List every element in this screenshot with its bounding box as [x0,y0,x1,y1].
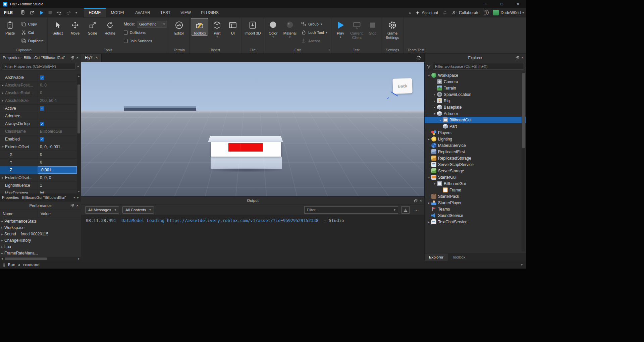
move-tool-button[interactable]: Move [67,18,84,35]
popout-icon[interactable] [516,56,519,60]
material-caret-icon[interactable]: ▾ [289,36,290,38]
output-more-button[interactable]: ⋯ [413,207,420,213]
scale-tool-button[interactable]: Scale [84,18,101,35]
tree-item-replicatedstorage[interactable]: ReplicatedStorage [425,155,526,161]
tab-nav-left-icon[interactable]: ◂ [73,195,75,199]
group-button[interactable]: Group ▾ [299,20,329,28]
performance-hscrollbar[interactable]: ◀ ▶ [0,257,81,261]
tree-item-serverstorage[interactable]: ServerStorage [425,168,526,174]
messages-filter-dropdown[interactable]: All Messages ▾ [85,206,119,214]
expander-icon[interactable]: ▸ [0,232,4,236]
expander-icon[interactable]: ▸ [0,226,4,229]
panel-tab-explorer[interactable]: Explorer [425,253,448,261]
tree-item-players[interactable]: Players [425,129,526,136]
expander-icon[interactable]: ▸ [0,239,4,242]
property-row-extentsoffset[interactable]: ▸ExtentsOffset...0, 0, 0 [0,174,77,182]
expander-icon[interactable]: ▸ [438,118,443,122]
notifications-bell-icon[interactable] [442,10,447,15]
ui-button[interactable]: UI [226,18,239,35]
tab-home[interactable]: HOME [84,8,106,17]
join-surfaces-checkbox-row[interactable]: Join Surfaces [122,37,167,45]
maximize-button[interactable]: □ [494,0,510,8]
paste-button[interactable]: Paste [2,18,18,35]
performance-row-frameratemana[interactable]: ▸FrameRateMana... [0,250,81,256]
property-value[interactable]: ✓ [38,74,77,81]
tab-close-icon[interactable]: × [96,56,98,60]
property-value[interactable]: 0, 0, -0.001 [38,143,77,151]
property-row-absoluteposit[interactable]: ▸AbsolutePosit...0, 0 [0,81,77,89]
checkbox[interactable]: ✓ [40,122,44,126]
expander-icon[interactable]: ▾ [427,176,431,179]
property-row-x[interactable]: X0 [0,151,77,159]
property-row-y[interactable]: Y0 [0,159,77,166]
material-button[interactable]: Material ▾ [281,18,299,38]
property-row-active[interactable]: Active✓ [0,105,77,112]
expander-icon[interactable]: ▸ [432,93,437,96]
property-value[interactable] [38,112,77,120]
property-value[interactable]: inf [38,189,77,193]
scroll-thumb[interactable] [77,84,80,134]
tab-test[interactable]: TEST [155,8,176,17]
color-button[interactable]: Color ▾ [266,18,280,38]
tree-item-startergui[interactable]: ▾StarterGui [425,174,526,180]
property-value[interactable]: -0.001 [38,166,77,174]
mode-dropdown[interactable]: Geometric ▾ [137,21,167,27]
tab-avatar[interactable]: AVATAR [130,8,155,17]
expander-icon[interactable]: ▸ [427,201,431,205]
property-row-classname[interactable]: ClassNameBillboardGui [0,128,77,135]
properties-filter-caret-icon[interactable]: ▾ [77,65,79,68]
expander-icon[interactable]: ▾ [432,182,437,185]
game-settings-button[interactable]: GameSettings [383,18,402,40]
popout-icon[interactable] [70,56,74,60]
property-row-absoluterotat[interactable]: ▸AbsoluteRotat...0 [0,89,77,97]
property-value[interactable]: 0 [38,89,77,97]
property-value[interactable]: ✓ [38,105,77,112]
expander-icon[interactable]: ▸ [432,99,437,103]
performance-row-sound[interactable]: ▸Soundfmod 00020115 [0,231,81,237]
import-3d-button[interactable]: Import 3D [243,18,262,35]
expander-icon[interactable]: ▸ [1,176,5,179]
command-bar[interactable]: ▾ [0,261,526,269]
tree-item-replicatedfirst[interactable]: ReplicatedFirst [425,149,526,155]
close-panel-icon[interactable]: × [76,56,78,60]
scroll-thumb[interactable] [5,258,47,260]
properties-filter-input[interactable] [4,64,73,68]
tree-item-frame[interactable]: Frame [425,187,526,193]
tree-item-serverscriptservice[interactable]: ServerScriptService [425,161,526,168]
drag-grip-icon[interactable] [3,263,5,267]
property-row-adornee[interactable]: Adornee [0,112,77,120]
open-place-icon[interactable] [30,10,35,15]
group-caret-icon[interactable]: ▾ [321,22,322,26]
log-message[interactable]: DataModel Loading https://assetdelivery.… [121,218,318,223]
edit-section-popup-icon[interactable]: ▾ [328,49,330,52]
scroll-down-icon[interactable]: ▼ [78,189,80,193]
file-menu-button[interactable]: FILE [0,8,17,17]
collisions-checkbox[interactable] [124,31,128,35]
output-filter-input[interactable] [307,208,392,212]
output-log[interactable]: 08:11:38.491DataModel Loading https://as… [81,215,424,261]
undo-icon[interactable] [56,10,62,15]
checkbox[interactable]: ✓ [40,75,44,80]
expander-icon[interactable]: ▸ [0,245,4,248]
new-file-icon[interactable] [20,10,26,15]
output-filter-caret-icon[interactable]: ▾ [394,208,395,212]
expander-icon[interactable]: ▸ [432,106,437,109]
performance-row-changehistory[interactable]: ▸ChangeHistory [0,237,81,243]
play-quick-icon[interactable] [39,10,44,15]
tree-item-materialservice[interactable]: MaterialService [425,142,526,149]
tab-nav-right-icon[interactable]: ▸ [77,195,79,199]
tree-item-lighting[interactable]: ▸Lighting [425,136,526,142]
property-row-alwaysontop[interactable]: AlwaysOnTop✓ [0,120,77,128]
billboard-gui-surface[interactable] [211,142,281,157]
expander-icon[interactable]: ▾ [432,112,437,115]
explorer-scrollbar[interactable] [522,72,525,251]
tab-fly[interactable]: Fly? × [81,54,102,62]
tab-model[interactable]: MODEL [106,8,130,17]
scroll-up-icon[interactable]: ▲ [78,74,80,78]
property-value[interactable]: 0, 0, 0 [38,174,77,181]
tree-item-billboardgui[interactable]: ▸BillboardGui [425,117,526,123]
tree-item-teams[interactable]: Teams [425,206,526,212]
property-value[interactable]: 0 [38,151,77,158]
play-button[interactable]: Play ▾ [333,18,348,38]
adroner-part-front[interactable] [211,157,282,169]
